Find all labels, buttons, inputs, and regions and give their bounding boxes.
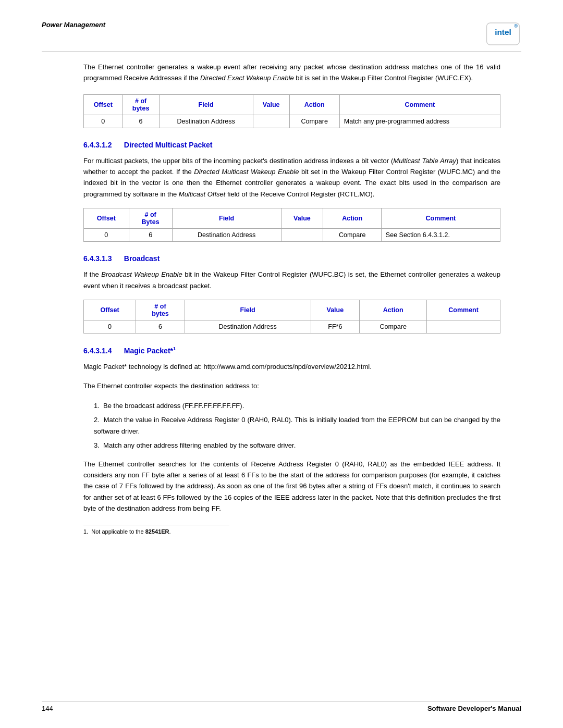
cell-offset: 0 — [84, 320, 136, 334]
page-footer: 144 Software Developer's Manual — [42, 701, 521, 712]
intel-logo: intel ® — [485, 21, 521, 47]
list-item-2: 2. Match the value in Receive Address Re… — [94, 414, 500, 437]
th-offset-3: Offset — [84, 300, 136, 320]
th-comment-3: Comment — [427, 300, 500, 320]
section-title-6431: Directed Multicast Packet — [124, 141, 213, 149]
page-header: Power Management intel ® — [42, 21, 521, 52]
th-action-1: Action — [289, 94, 339, 115]
table-row: 0 6 Destination Address FF*6 Compare — [84, 320, 500, 334]
svg-text:®: ® — [514, 23, 518, 29]
th-bytes-2: # ofBytes — [129, 208, 172, 229]
manual-title: Software Developer's Manual — [427, 705, 521, 712]
th-comment-1: Comment — [339, 94, 500, 115]
magic-text-1: Magic Packet* technology is defined at: … — [83, 361, 500, 372]
cell-field: Destination Address — [159, 115, 253, 128]
cell-offset: 0 — [84, 115, 123, 128]
th-value-2: Value — [281, 208, 323, 229]
footnote-text: 1. Not applicable to the 82541ER. — [83, 528, 229, 535]
cell-action: Compare — [289, 115, 339, 128]
cell-comment: See Section 6.4.3.1.2. — [381, 229, 500, 242]
cell-value: FF*6 — [311, 320, 360, 334]
italic-mta: Multicast Table Array — [393, 157, 456, 165]
th-offset-2: Offset — [84, 208, 129, 229]
chapter-title: Power Management — [42, 21, 105, 29]
intro-italic1: Directed Exact Wakeup Enable — [200, 74, 294, 82]
table-3: Offset # ofbytes Field Value Action Comm… — [83, 300, 500, 334]
th-value-3: Value — [311, 300, 360, 320]
th-bytes-1: # ofbytes — [123, 94, 159, 115]
table-row: 0 6 Destination Address Compare Match an… — [84, 115, 500, 128]
section-number-6431: 6.4.3.1.2 — [83, 141, 112, 149]
footnote-content: Not applicable to the 82541ER. — [91, 528, 170, 535]
section-heading-6432: 6.4.3.1.3 Broadcast — [83, 254, 500, 263]
list-item-1: 1. Be the broadcast address (FF.FF.FF.FF… — [94, 400, 500, 411]
cell-bytes: 6 — [123, 115, 159, 128]
cell-field: Destination Address — [185, 320, 311, 334]
th-field-2: Field — [172, 208, 281, 229]
section-number-6433: 6.4.3.1.4 — [83, 347, 112, 355]
section-6432-text: If the Broadcast Wakeup Enable bit in th… — [83, 269, 500, 291]
list-item-3: 3. Match any other address filtering ena… — [94, 440, 500, 451]
italic-mo: Multicast Offset — [179, 190, 226, 198]
th-comment-2: Comment — [381, 208, 500, 229]
section-heading-6431: 6.4.3.1.2 Directed Multicast Packet — [83, 141, 500, 149]
cell-value — [253, 115, 289, 128]
cell-field: Destination Address — [172, 229, 281, 242]
page: Power Management intel ® The Ethernet co… — [0, 0, 563, 728]
th-value-1: Value — [253, 94, 289, 115]
magic-text-2: The Ethernet controller expects the dest… — [83, 380, 500, 391]
section-number-6432: 6.4.3.1.3 — [83, 254, 112, 263]
table-row: 0 6 Destination Address Compare See Sect… — [84, 229, 500, 242]
cell-bytes: 6 — [129, 229, 172, 242]
cell-comment: Match any pre-programmed address — [339, 115, 500, 128]
table-2: Offset # ofBytes Field Value Action Comm… — [83, 208, 500, 242]
footnote-bold: 82541ER — [145, 528, 169, 535]
section-title-6433: Magic Packet*1 — [124, 347, 176, 355]
th-action-2: Action — [323, 208, 381, 229]
magic-list: 1. Be the broadcast address (FF.FF.FF.FF… — [83, 400, 500, 451]
italic-dmwe: Directed Multicast Wakeup Enable — [194, 168, 299, 176]
main-content: The Ethernet controller generates a wake… — [83, 62, 500, 535]
cell-action: Compare — [323, 229, 381, 242]
section-heading-6433: 6.4.3.1.4 Magic Packet*1 — [83, 346, 500, 355]
footnote-number: 1. — [83, 528, 88, 535]
cell-comment — [427, 320, 500, 334]
cell-action: Compare — [360, 320, 427, 334]
intro-paragraph: The Ethernet controller generates a wake… — [83, 62, 500, 84]
th-action-3: Action — [360, 300, 427, 320]
th-field-1: Field — [159, 94, 253, 115]
footnote-area: 1. Not applicable to the 82541ER. — [83, 525, 229, 535]
italic-bwe: Broadcast Wakeup Enable — [101, 270, 182, 278]
cell-value — [281, 229, 323, 242]
section-title-6432: Broadcast — [124, 254, 160, 263]
svg-text:intel: intel — [495, 28, 511, 36]
section-6431-text: For multicast packets, the upper bits of… — [83, 155, 500, 200]
page-number: 144 — [42, 705, 53, 712]
th-offset-1: Offset — [84, 94, 123, 115]
footnote-ref-1: 1 — [173, 346, 176, 351]
th-field-3: Field — [185, 300, 311, 320]
cell-bytes: 6 — [136, 320, 185, 334]
th-bytes-3: # ofbytes — [136, 300, 185, 320]
cell-offset: 0 — [84, 229, 129, 242]
table-1: Offset # ofbytes Field Value Action Comm… — [83, 94, 500, 128]
magic-final-text: The Ethernet controller searches for the… — [83, 459, 500, 514]
